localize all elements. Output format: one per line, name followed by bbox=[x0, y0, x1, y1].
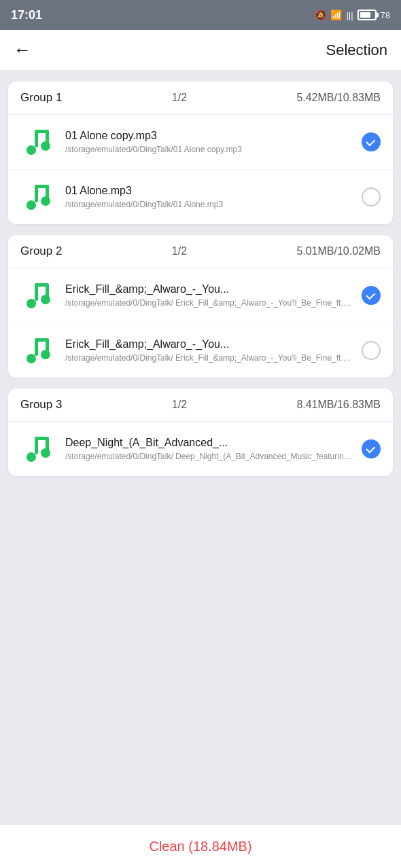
group-items-2: Erick_Fill_&amp;_Alwaro_-_You.../storage… bbox=[8, 268, 393, 378]
battery-icon bbox=[358, 10, 377, 20]
file-name: 01 Alone.mp3 bbox=[65, 185, 352, 197]
list-item: 01 Alone copy.mp3/storage/emulated/0/Din… bbox=[8, 115, 393, 170]
group-items-1: 01 Alone copy.mp3/storage/emulated/0/Din… bbox=[8, 115, 393, 224]
group-card-1: Group 11/25.42MB/10.83MB 01 Alone copy.m… bbox=[8, 82, 393, 224]
file-checkbox[interactable] bbox=[362, 187, 381, 206]
music-note-icon bbox=[20, 333, 56, 368]
group-size-1: 5.42MB/10.83MB bbox=[296, 92, 381, 104]
group-count-1: 1/2 bbox=[172, 92, 187, 104]
group-card-3: Group 31/28.41MB/16.83MB Deep_Night_(A_B… bbox=[8, 388, 393, 476]
svg-point-15 bbox=[27, 354, 36, 363]
music-note-icon bbox=[20, 278, 56, 313]
signal-icon: ||| bbox=[346, 10, 353, 20]
group-header-2: Group 21/25.01MB/10.02MB bbox=[8, 235, 393, 268]
file-name: Erick_Fill_&amp;_Alwaro_-_You... bbox=[65, 283, 352, 295]
mute-icon: 🔕 bbox=[315, 10, 326, 20]
header: ← Selection bbox=[0, 30, 401, 71]
music-note-icon bbox=[20, 431, 56, 467]
svg-rect-9 bbox=[46, 185, 49, 200]
group-count-3: 1/2 bbox=[172, 399, 187, 411]
svg-point-10 bbox=[27, 299, 36, 308]
svg-point-0 bbox=[27, 145, 36, 155]
svg-rect-19 bbox=[46, 338, 49, 353]
group-header-3: Group 31/28.41MB/16.83MB bbox=[8, 388, 393, 422]
group-header-1: Group 11/25.42MB/10.83MB bbox=[8, 82, 393, 115]
status-bar: 17:01 🔕 📶 ||| 78 bbox=[0, 0, 401, 30]
list-item: Erick_Fill_&amp;_Alwaro_-_You.../storage… bbox=[8, 268, 393, 323]
status-icons: 🔕 📶 ||| 78 bbox=[315, 10, 390, 20]
back-button[interactable]: ← bbox=[14, 39, 31, 60]
group-name-3: Group 3 bbox=[20, 398, 62, 412]
svg-point-20 bbox=[27, 452, 36, 462]
file-name: Erick_Fill_&amp;_Alwaro_-_You... bbox=[65, 338, 352, 350]
file-path: /storage/emulated/0/DingTalk/ Erick_Fill… bbox=[65, 298, 352, 308]
group-items-3: Deep_Night_(A_Bit_Advanced_.../storage/e… bbox=[8, 422, 393, 476]
file-checkbox[interactable] bbox=[362, 439, 381, 458]
group-name-1: Group 1 bbox=[20, 91, 62, 105]
battery-level: 78 bbox=[381, 10, 390, 20]
list-item: Deep_Night_(A_Bit_Advanced_.../storage/e… bbox=[8, 422, 393, 476]
music-note-icon bbox=[20, 124, 56, 160]
svg-rect-24 bbox=[46, 437, 49, 452]
file-path: /storage/emulated/0/DingTalk/01 Alone.mp… bbox=[65, 200, 352, 209]
list-item: Erick_Fill_&amp;_Alwaro_-_You.../storage… bbox=[8, 323, 393, 378]
file-checkbox[interactable] bbox=[362, 341, 381, 360]
group-count-2: 1/2 bbox=[172, 245, 187, 257]
page-title: Selection bbox=[326, 41, 387, 59]
file-info: Deep_Night_(A_Bit_Advanced_.../storage/e… bbox=[65, 437, 352, 461]
file-info: Erick_Fill_&amp;_Alwaro_-_You.../storage… bbox=[65, 338, 352, 363]
file-path: /storage/emulated/0/DingTalk/ Deep_Night… bbox=[65, 452, 352, 461]
wifi-icon: 📶 bbox=[330, 10, 342, 20]
svg-point-5 bbox=[27, 200, 36, 210]
file-path: /storage/emulated/0/DingTalk/01 Alone co… bbox=[65, 145, 352, 154]
file-info: 01 Alone.mp3/storage/emulated/0/DingTalk… bbox=[65, 185, 352, 209]
group-size-3: 8.41MB/16.83MB bbox=[296, 399, 381, 411]
group-name-2: Group 2 bbox=[20, 245, 62, 258]
status-time: 17:01 bbox=[11, 8, 42, 22]
group-size-2: 5.01MB/10.02MB bbox=[296, 245, 381, 257]
file-info: Erick_Fill_&amp;_Alwaro_-_You.../storage… bbox=[65, 283, 352, 308]
bottom-bar: Clean (18.84MB) bbox=[0, 825, 401, 868]
clean-button[interactable]: Clean (18.84MB) bbox=[149, 839, 251, 854]
file-checkbox[interactable] bbox=[362, 286, 381, 305]
file-info: 01 Alone copy.mp3/storage/emulated/0/Din… bbox=[65, 130, 352, 154]
list-item: 01 Alone.mp3/storage/emulated/0/DingTalk… bbox=[8, 170, 393, 224]
file-name: 01 Alone copy.mp3 bbox=[65, 130, 352, 142]
file-checkbox[interactable] bbox=[362, 132, 381, 151]
group-card-2: Group 21/25.01MB/10.02MB Erick_Fill_&amp… bbox=[8, 235, 393, 378]
file-name: Deep_Night_(A_Bit_Advanced_... bbox=[65, 437, 352, 449]
music-note-icon bbox=[20, 179, 56, 215]
svg-rect-14 bbox=[46, 283, 49, 298]
file-path: /storage/emulated/0/DingTalk/ Erick_Fill… bbox=[65, 353, 352, 363]
svg-rect-4 bbox=[46, 130, 49, 145]
content-area: Group 11/25.42MB/10.83MB 01 Alone copy.m… bbox=[0, 71, 401, 825]
